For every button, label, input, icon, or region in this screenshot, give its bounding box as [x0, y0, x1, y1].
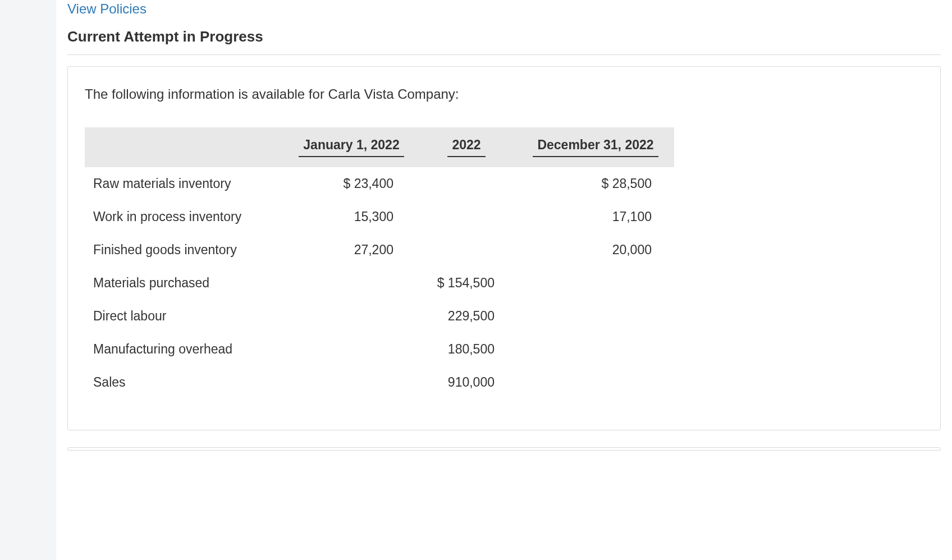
divider [67, 54, 941, 55]
cell-c2 [416, 233, 517, 267]
cell-c1: $ 23,400 [287, 167, 416, 200]
col-header-dec31: December 31, 2022 [517, 127, 674, 167]
page-container: View Policies Current Attempt in Progres… [56, 0, 952, 560]
row-label: Work in process inventory [85, 200, 287, 233]
table-row: Sales 910,000 [85, 366, 674, 399]
cell-c2 [416, 200, 517, 233]
col-header-jan1: January 1, 2022 [287, 127, 416, 167]
table-row: Manufacturing overhead 180,500 [85, 333, 674, 366]
cell-c3: 20,000 [517, 233, 674, 267]
cell-c3 [517, 267, 674, 300]
cell-c3 [517, 333, 674, 366]
table-row: Finished goods inventory 27,200 20,000 [85, 233, 674, 267]
cell-c2: 229,500 [416, 300, 517, 333]
row-label: Materials purchased [85, 267, 287, 300]
cell-c3: 17,100 [517, 200, 674, 233]
table-header-row: January 1, 2022 2022 December 31, 2022 [85, 127, 674, 167]
question-prompt: The following information is available f… [85, 86, 923, 102]
view-policies-link[interactable]: View Policies [67, 0, 147, 17]
cell-c2: $ 154,500 [416, 267, 517, 300]
cell-c1 [287, 267, 416, 300]
table-row: Materials purchased $ 154,500 [85, 267, 674, 300]
next-section-box [67, 447, 941, 451]
question-box: The following information is available f… [67, 66, 941, 430]
cell-c1: 15,300 [287, 200, 416, 233]
cell-c1 [287, 333, 416, 366]
cell-c3 [517, 366, 674, 399]
table-row: Direct labour 229,500 [85, 300, 674, 333]
row-label: Sales [85, 366, 287, 399]
col-header-2022: 2022 [416, 127, 517, 167]
row-label: Raw materials inventory [85, 167, 287, 200]
data-table: January 1, 2022 2022 December 31, 2022 R… [85, 127, 674, 399]
table-row: Work in process inventory 15,300 17,100 [85, 200, 674, 233]
cell-c2 [416, 167, 517, 200]
row-label: Finished goods inventory [85, 233, 287, 267]
row-label: Direct labour [85, 300, 287, 333]
cell-c1: 27,200 [287, 233, 416, 267]
cell-c3: $ 28,500 [517, 167, 674, 200]
cell-c1 [287, 366, 416, 399]
table-row: Raw materials inventory $ 23,400 $ 28,50… [85, 167, 674, 200]
cell-c2: 910,000 [416, 366, 517, 399]
cell-c1 [287, 300, 416, 333]
row-label: Manufacturing overhead [85, 333, 287, 366]
cell-c2: 180,500 [416, 333, 517, 366]
cell-c3 [517, 300, 674, 333]
attempt-heading: Current Attempt in Progress [67, 28, 941, 54]
